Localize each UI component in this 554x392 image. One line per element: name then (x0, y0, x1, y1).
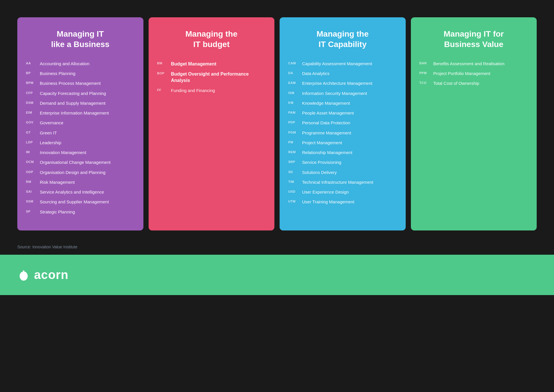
item-label: Project Portfolio Management (433, 71, 491, 76)
item-code: DA (288, 71, 299, 75)
item-code: SSM (26, 199, 37, 203)
list-item: LDPLeadership (26, 140, 135, 146)
item-code: PM (288, 140, 299, 144)
item-label: Accounting and Allocation (40, 61, 89, 67)
item-label: Enterprise Architecture Management (302, 80, 372, 86)
column-title-col1: Managing IT like a Business (26, 29, 135, 50)
item-label: Capability Assessment Management (302, 61, 372, 67)
column-title-col4: Managing IT for Business Value (420, 29, 528, 50)
item-label: Funding and Financing (171, 88, 215, 93)
item-code: LDP (26, 140, 37, 144)
item-label: Leadership (40, 140, 61, 146)
item-code: BPM (26, 80, 37, 85)
item-label: User Training Management (302, 199, 354, 205)
item-label: Technical Infrastructure Management (302, 179, 373, 185)
item-label: Organisational Change Management (40, 160, 111, 165)
item-label: Strategic Planning (40, 209, 75, 215)
list-item: EAMEnterprise Architecture Management (288, 80, 397, 86)
item-code: UTM (288, 199, 299, 203)
list-item: DSMDemand and Supply Management (26, 100, 135, 106)
item-code: EAM (288, 80, 299, 85)
column-col4: Managing IT for Business ValueBARBenefit… (411, 17, 537, 230)
acorn-logo: acorn (17, 268, 68, 282)
item-label: Programme Management (302, 130, 351, 136)
list-item: GTGreen IT (26, 130, 135, 136)
item-label: Project Management (302, 140, 342, 146)
item-list-col4: BARBenefits Assessment and RealisationPP… (420, 61, 528, 87)
item-label: Service Provisioning (302, 160, 341, 165)
item-label: Business Process Management (40, 80, 101, 86)
list-item: BOPBudget Oversight and Performance Anal… (157, 71, 266, 83)
list-item: BPBusiness Planning (26, 71, 135, 76)
column-col3: Managing the IT CapabilityCAMCapability … (280, 17, 406, 230)
item-code: RM (26, 179, 37, 183)
list-item: CAMCapability Assessment Management (288, 61, 397, 67)
list-item: BPMBusiness Process Management (26, 80, 135, 86)
list-item: SPStrategic Planning (26, 209, 135, 215)
item-code: FF (157, 88, 168, 92)
item-list-col2: BMBudget ManagementBOPBudget Oversight a… (157, 61, 266, 93)
column-title-col3: Managing the IT Capability (288, 29, 397, 50)
list-item: REMRelationship Management (288, 150, 397, 155)
item-label: Enterprise Information Management (40, 110, 109, 116)
item-label: Business Planning (40, 71, 75, 76)
item-code: BM (157, 61, 168, 65)
item-label: Budget Oversight and Performance Analysi… (171, 71, 266, 83)
item-code: SD (288, 170, 299, 174)
list-item: KMKnowledge Management (288, 100, 397, 106)
item-label: Service Analytics and Intelligence (40, 189, 104, 195)
item-code: SRP (288, 160, 299, 164)
list-item: UTMUser Training Management (288, 199, 397, 205)
item-code: KM (288, 100, 299, 104)
item-label: Benefits Assessment and Realisation (433, 61, 505, 67)
list-item: GOVGovernance (26, 120, 135, 126)
list-item: SAIService Analytics and Intelligence (26, 189, 135, 195)
item-label: Knowledge Management (302, 100, 350, 106)
item-code: REM (288, 150, 299, 154)
item-label: Capacity Forecastng and Planning (40, 91, 106, 96)
item-code: SP (26, 209, 37, 213)
list-item: SRPService Provisioning (288, 160, 397, 165)
item-code: UXD (288, 189, 299, 193)
item-code: IM (26, 150, 37, 154)
list-item: PDPPersonal Data Protection (288, 120, 397, 126)
item-code: DSM (26, 100, 37, 104)
item-code: OCM (26, 160, 37, 164)
item-label: Information Security Management (302, 91, 367, 96)
item-code: GT (26, 130, 37, 134)
list-item: BMBudget Management (157, 61, 266, 67)
item-code: ISM (288, 91, 299, 95)
footer: acorn (0, 255, 554, 295)
list-item: EIMEnterprise Information Management (26, 110, 135, 116)
source-bar: Source: Innovation Value Institute (0, 239, 554, 255)
item-code: BAR (420, 61, 431, 65)
list-item: PAMPeople Asset Management (288, 110, 397, 116)
item-label: People Asset Management (302, 110, 354, 116)
svg-rect-1 (23, 270, 24, 273)
item-label: Demand and Supply Management (40, 100, 106, 106)
list-item: ISMInformation Security Management (288, 91, 397, 96)
item-code: ODP (26, 170, 37, 174)
list-item: TIMTechnical Infrastructure Management (288, 179, 397, 185)
list-item: OCMOrganisational Change Management (26, 160, 135, 165)
item-label: Solutions Delivery (302, 170, 337, 175)
column-col2: Managing the IT budgetBMBudget Managemen… (149, 17, 275, 230)
item-label: Governance (40, 120, 63, 126)
list-item: TCOTotal Cost of Ownership (420, 80, 528, 86)
list-item: BARBenefits Assessment and Realisation (420, 61, 528, 67)
list-item: ODPOrganisation Design and Planning (26, 170, 135, 175)
item-code: EIM (26, 110, 37, 114)
item-code: GOV (26, 120, 37, 124)
item-label: Budget Management (171, 61, 216, 67)
item-label: Organisation Design and Planning (40, 170, 106, 175)
item-code: PDP (288, 120, 299, 124)
item-code: AA (26, 61, 37, 65)
item-label: Green IT (40, 130, 57, 136)
list-item: SDSolutions Delivery (288, 170, 397, 175)
item-code: BP (26, 71, 37, 75)
main-content: Managing IT like a BusinessAAAccounting … (0, 0, 554, 239)
columns-container: Managing IT like a BusinessAAAccounting … (17, 17, 537, 230)
list-item: CFPCapacity Forecastng and Planning (26, 91, 135, 96)
item-code: TIM (288, 179, 299, 183)
list-item: FFFunding and Financing (157, 88, 266, 93)
